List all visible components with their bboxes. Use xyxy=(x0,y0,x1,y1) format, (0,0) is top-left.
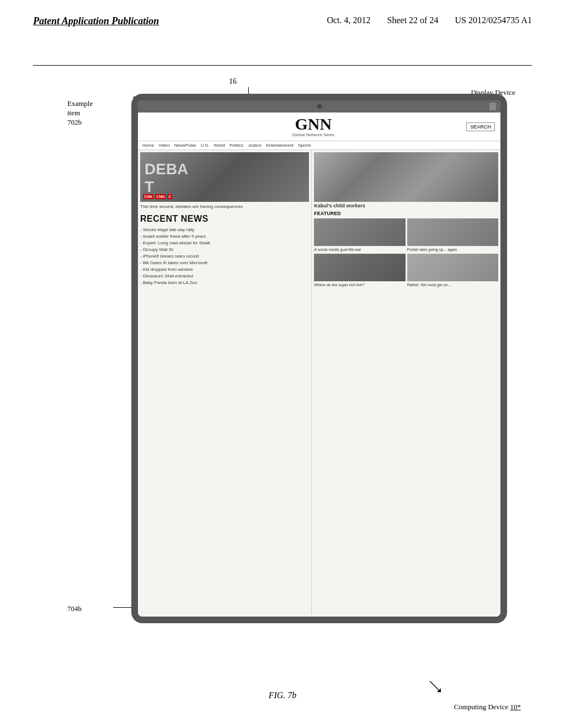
featured-item-1: A social media guerrilla war xyxy=(314,218,405,252)
nav-video[interactable]: Video xyxy=(158,143,169,148)
cnn-badge-2: CNN xyxy=(155,194,166,199)
patent-number: US 2012/0254735 A1 xyxy=(455,15,532,25)
example-item-label: Exampleitem702b xyxy=(67,99,93,127)
gnn-logo-area: GNN Global Network News xyxy=(292,116,334,137)
nav-justice[interactable]: Justice xyxy=(248,143,262,148)
gnn-right-column: Kabul's child workers FEATURED A social … xyxy=(312,150,500,614)
news-item-6: - Bill Gates III takes over Microsoft xyxy=(140,260,309,266)
featured-label: FEATURED xyxy=(314,211,498,216)
diagram-area: 16 Exampleitem702b Display Device 12 704… xyxy=(33,77,532,640)
fig-label: FIG. 7b xyxy=(269,690,297,700)
patent-title: Patent Application Publication xyxy=(33,15,159,27)
nav-entertainment[interactable]: Entertainment xyxy=(266,143,294,148)
featured-item-2: Postal rates going up... again xyxy=(407,218,498,252)
gnn-search-button[interactable]: SEARCH xyxy=(466,122,495,131)
news-item-4: - Occupy Wall St. xyxy=(140,247,309,253)
featured-item-3: Where do the super rich live? xyxy=(314,254,405,287)
tablet-screen: GNN Global Network News SEARCH Home Vide… xyxy=(138,100,500,617)
news-item-5: - iPhone6 breaks sales record xyxy=(140,253,309,260)
kabul-caption: Kabul's child workers xyxy=(314,203,498,208)
debate-overlay-text: DEBAT xyxy=(145,160,188,196)
gnn-nav: Home Video NewsPulse U.S. World Politics… xyxy=(138,141,500,150)
featured-caption-1: A social media guerrilla war xyxy=(314,247,405,252)
debate-image: DEBAT CNN CNN C xyxy=(140,152,309,202)
nav-newspulse[interactable]: NewsPulse xyxy=(174,143,196,148)
kabul-image xyxy=(314,152,498,202)
gnn-main-content: DEBAT CNN CNN C This time around, debate… xyxy=(138,150,500,614)
featured-caption-4: Rather: We must get on... xyxy=(407,282,498,287)
featured-thumb-4 xyxy=(407,254,498,281)
featured-thumb-1 xyxy=(314,218,405,246)
patent-header: Patent Application Publication Oct. 4, 2… xyxy=(33,15,532,27)
header-divider xyxy=(33,65,532,66)
label-704b: 704b xyxy=(67,604,82,613)
computing-device-arrow xyxy=(427,678,444,695)
nav-world[interactable]: World xyxy=(214,143,225,148)
news-item-3: - Expert: Long road ahead for Shalit xyxy=(140,240,309,247)
gnn-subtitle: Global Network News xyxy=(292,132,334,137)
label-16: 16 xyxy=(229,77,237,86)
cnn-logos: CNN CNN C xyxy=(143,194,172,199)
patent-meta: Oct. 4, 2012 Sheet 22 of 24 US 2012/0254… xyxy=(327,15,532,25)
news-item-1: - Stocks stage late-day rally xyxy=(140,227,309,233)
tablet-top-icon xyxy=(489,103,496,110)
nav-sports[interactable]: Sports xyxy=(298,143,311,148)
website-content: GNN Global Network News SEARCH Home Vide… xyxy=(138,113,500,617)
tablet-frame: GNN Global Network News SEARCH Home Vide… xyxy=(131,94,507,623)
tablet-camera xyxy=(317,104,322,109)
featured-thumb-3 xyxy=(314,254,405,281)
featured-grid: A social media guerrilla war Postal rate… xyxy=(314,218,498,287)
news-item-7: - Kid dropped from window xyxy=(140,266,309,273)
patent-sheet: Sheet 22 of 24 xyxy=(387,15,439,25)
nav-us[interactable]: U.S. xyxy=(201,143,210,148)
tablet-top-bar xyxy=(138,100,500,113)
computing-device-label: Computing Device 10* xyxy=(454,703,521,711)
nav-politics[interactable]: Politics xyxy=(230,143,243,148)
arrow-704b xyxy=(113,607,132,608)
gnn-header: GNN Global Network News SEARCH xyxy=(138,113,500,141)
recent-news-title: RECENT NEWS xyxy=(140,214,309,224)
gnn-logo: GNN xyxy=(292,116,334,132)
news-item-9: - Baby Panda born at LA Zoo xyxy=(140,280,309,286)
featured-item-4: Rather: We must get on... xyxy=(407,254,498,287)
recent-news-section: RECENT NEWS - Stocks stage late-day rall… xyxy=(140,213,309,287)
news-item-8: - Dinosaurs' DNA extracted xyxy=(140,273,309,280)
gnn-left-column: DEBAT CNN CNN C This time around, debate… xyxy=(138,150,312,614)
patent-date: Oct. 4, 2012 xyxy=(327,15,370,25)
news-item-2: - Israeli soldier freed after 5 years xyxy=(140,233,309,240)
featured-thumb-2 xyxy=(407,218,498,246)
featured-caption-2: Postal rates going up... again xyxy=(407,247,498,252)
featured-caption-3: Where do the super rich live? xyxy=(314,282,405,287)
cnn-badge-3: C xyxy=(167,194,172,199)
nav-home[interactable]: Home xyxy=(142,143,154,148)
cnn-badge-1: CNN xyxy=(143,194,153,199)
debate-caption: This time around, debates are having con… xyxy=(140,204,309,210)
